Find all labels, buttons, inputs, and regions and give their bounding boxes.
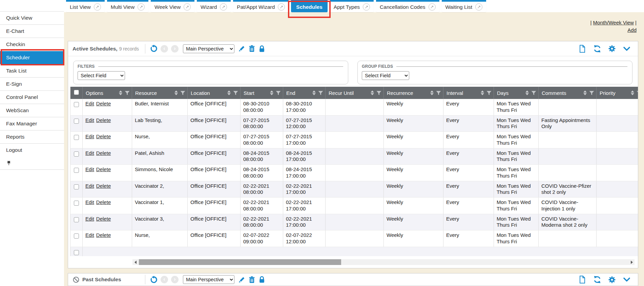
row-checkbox[interactable] — [74, 102, 79, 107]
row-select-cell[interactable] — [70, 99, 83, 115]
refresh-button[interactable] — [593, 45, 601, 53]
tab-list-view[interactable]: List View↗ — [66, 0, 105, 12]
next-page-button[interactable] — [171, 45, 179, 53]
sidebar-item-reports[interactable]: Reports — [0, 130, 64, 144]
filter-funnel-icon[interactable] — [589, 91, 594, 95]
row-select-cell[interactable] — [70, 148, 83, 165]
row-checkbox[interactable] — [74, 250, 79, 255]
edit-link[interactable]: Edit — [85, 166, 94, 172]
row-checkbox[interactable] — [74, 233, 79, 239]
tab-appt-types[interactable]: Appt Types↗ — [330, 0, 374, 12]
row-select-cell[interactable] — [70, 198, 83, 214]
select-all-header[interactable] — [70, 87, 83, 99]
sort-icon[interactable] — [174, 90, 178, 95]
group-fields-select-field[interactable]: Select Field — [362, 71, 409, 80]
tab-cancellation-codes[interactable]: Cancellation Codes↗ — [376, 0, 439, 12]
row-checkbox[interactable] — [74, 184, 79, 189]
sidebar-item-task-list[interactable]: Task List — [0, 64, 64, 78]
delete-link[interactable]: Delete — [96, 150, 111, 156]
past-next-page-button[interactable] — [171, 276, 179, 283]
column-header-days[interactable]: Days — [494, 87, 539, 99]
row-checkbox[interactable] — [74, 168, 79, 173]
tab-week-view[interactable]: Week View↗ — [151, 0, 194, 12]
edit-link[interactable]: Edit — [85, 199, 94, 205]
row-select-cell[interactable] — [70, 132, 83, 148]
new-document-button[interactable] — [578, 45, 586, 53]
filter-funnel-icon[interactable] — [233, 91, 238, 95]
column-header-end[interactable]: End — [283, 87, 326, 99]
past-perspective-select[interactable]: Main Perspective — [183, 275, 234, 284]
sort-icon[interactable] — [227, 90, 231, 95]
tab-wizard[interactable]: Wizard↗ — [197, 0, 231, 12]
undo-button[interactable] — [150, 45, 158, 53]
past-lock-perspective-button[interactable] — [258, 276, 266, 283]
sidebar-item-scheduler[interactable]: Scheduler — [0, 51, 64, 64]
sort-icon[interactable] — [312, 90, 316, 95]
select-all-checkbox[interactable] — [74, 90, 79, 95]
row-checkbox[interactable] — [74, 151, 79, 157]
sidebar-item-quick-view[interactable]: Quick View — [0, 12, 64, 25]
filter-funnel-icon[interactable] — [436, 91, 441, 95]
sidebar-item-fax-manager[interactable]: Fax Manager — [0, 117, 64, 130]
past-undo-button[interactable] — [150, 276, 158, 284]
delete-link[interactable]: Delete — [96, 216, 111, 222]
column-header-resource[interactable]: Resource — [132, 87, 188, 99]
edit-link[interactable]: Edit — [85, 101, 94, 106]
lock-perspective-button[interactable] — [258, 45, 266, 53]
popout-icon[interactable]: ↗ — [184, 3, 191, 11]
sort-icon[interactable] — [631, 90, 634, 95]
row-select-cell[interactable] — [70, 115, 83, 132]
row-select-cell[interactable] — [70, 214, 83, 230]
sidebar-item-e-chart[interactable]: E-Chart — [0, 25, 64, 38]
row-select-cell[interactable] — [70, 165, 83, 181]
sort-icon[interactable] — [270, 90, 273, 95]
popout-icon[interactable]: ↗ — [363, 3, 370, 11]
popout-icon[interactable]: ↗ — [475, 3, 482, 11]
sidebar-item-e-sign[interactable]: E-Sign — [0, 78, 64, 91]
perspective-select[interactable]: Main Perspective — [183, 44, 234, 53]
filter-funnel-icon[interactable] — [531, 91, 536, 95]
edit-link[interactable]: Edit — [85, 150, 94, 156]
delete-link[interactable]: Delete — [96, 183, 111, 189]
scrollbar-thumb[interactable] — [139, 259, 341, 265]
row-select-cell[interactable] — [70, 247, 83, 256]
sort-icon[interactable] — [371, 90, 374, 95]
row-select-cell[interactable] — [70, 230, 83, 247]
tab-schedules[interactable]: Schedules — [291, 0, 328, 12]
month-week-view-link[interactable]: Month/Week View — [593, 20, 634, 25]
sort-icon[interactable] — [481, 90, 484, 95]
delete-link[interactable]: Delete — [96, 117, 111, 123]
column-header-options[interactable]: Options — [83, 87, 132, 99]
sidebar-item-checkin[interactable]: Checkin — [0, 38, 64, 51]
horizontal-scrollbar[interactable] — [132, 259, 635, 265]
sidebar-item-webscan[interactable]: WebScan — [0, 104, 64, 117]
edit-perspective-pencil-button[interactable] — [238, 45, 246, 53]
past-prev-page-button[interactable] — [161, 276, 168, 283]
filter-funnel-icon[interactable] — [125, 91, 130, 95]
row-checkbox[interactable] — [74, 135, 79, 140]
sort-icon[interactable] — [119, 90, 122, 95]
tab-pat-appt-wizard[interactable]: Pat/Appt Wizard↗ — [233, 0, 289, 12]
edit-link[interactable]: Edit — [85, 232, 94, 238]
popout-icon[interactable]: ↗ — [220, 3, 227, 11]
edit-link[interactable]: Edit — [85, 183, 94, 189]
filter-funnel-icon[interactable] — [637, 91, 638, 95]
delete-link[interactable]: Delete — [96, 101, 111, 106]
add-link[interactable]: Add — [627, 27, 637, 33]
filter-funnel-icon[interactable] — [318, 91, 323, 95]
past-edit-perspective-pencil-button[interactable] — [238, 276, 246, 284]
past-delete-perspective-trash-button[interactable] — [249, 276, 255, 283]
sort-icon[interactable] — [583, 90, 587, 95]
delete-link[interactable]: Delete — [96, 232, 111, 238]
scroll-left-arrow[interactable] — [132, 259, 138, 265]
scrollbar-track[interactable] — [138, 259, 629, 265]
delete-perspective-trash-button[interactable] — [249, 45, 255, 52]
popout-icon[interactable]: ↗ — [138, 3, 145, 11]
edit-link[interactable]: Edit — [85, 134, 94, 139]
column-header-start[interactable]: Start — [241, 87, 283, 99]
past-settings-gear-button[interactable] — [608, 276, 616, 284]
delete-link[interactable]: Delete — [96, 166, 111, 172]
column-header-recurrence[interactable]: Recurrence — [384, 87, 443, 99]
column-header-recur-until[interactable]: Recur Until — [326, 87, 384, 99]
sidebar-item-control-panel[interactable]: Control Panel — [0, 91, 64, 104]
